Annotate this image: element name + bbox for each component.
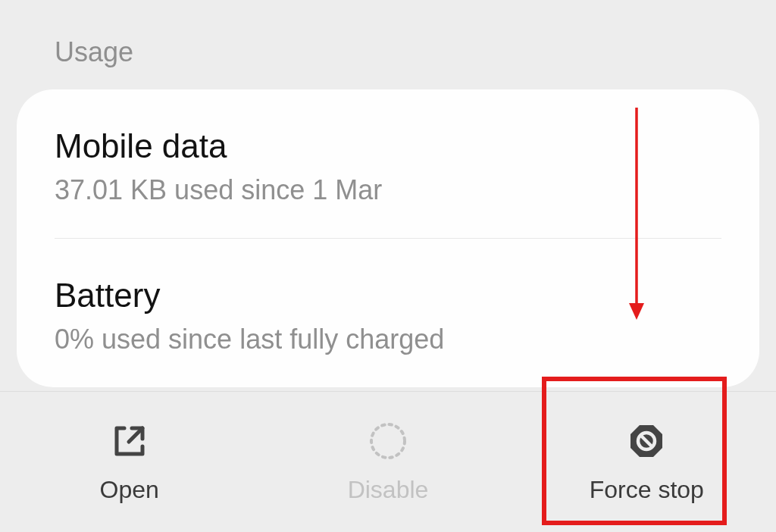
battery-item[interactable]: Battery 0% used since last fully charged [55,239,721,387]
mobile-data-subtitle: 37.01 KB used since 1 Mar [55,174,721,206]
disable-button[interactable]: Disable [258,392,517,532]
open-icon [111,420,149,462]
battery-title: Battery [55,277,721,315]
svg-point-0 [371,424,405,458]
open-label: Open [100,476,159,504]
mobile-data-item[interactable]: Mobile data 37.01 KB used since 1 Mar [55,89,721,239]
open-button[interactable]: Open [0,392,258,532]
section-header-usage: Usage [0,0,776,89]
battery-subtitle: 0% used since last fully charged [55,324,721,355]
disable-icon [368,420,408,462]
usage-card: Mobile data 37.01 KB used since 1 Mar Ba… [17,89,759,387]
force-stop-button[interactable]: Force stop [518,392,776,532]
force-stop-label: Force stop [590,476,704,504]
mobile-data-title: Mobile data [55,127,721,165]
force-stop-icon [627,420,666,462]
disable-label: Disable [348,476,429,504]
bottom-action-bar: Open Disable Force stop [0,391,776,532]
